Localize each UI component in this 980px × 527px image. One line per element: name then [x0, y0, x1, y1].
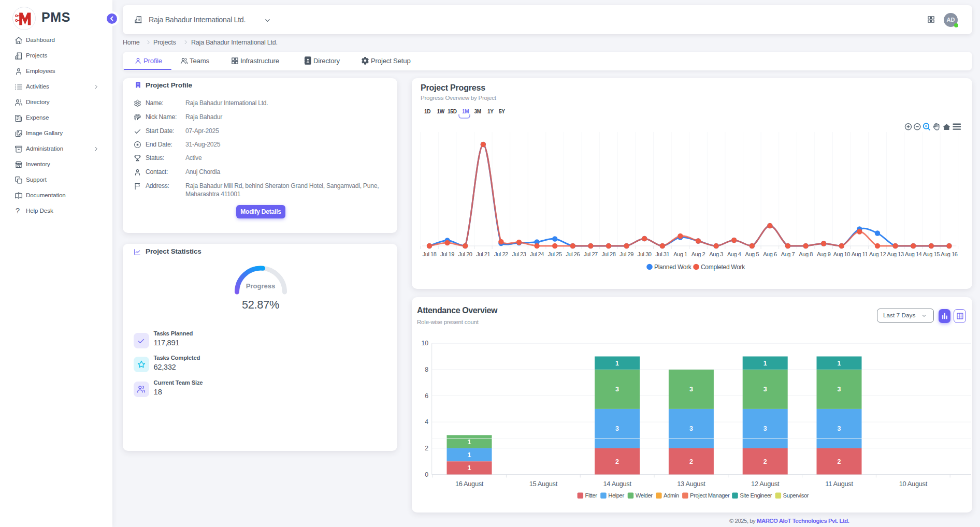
svg-text:Jul 31: Jul 31 — [655, 251, 669, 257]
svg-text:Aug 9: Aug 9 — [817, 251, 831, 257]
svg-text:Aug 16: Aug 16 — [941, 251, 957, 257]
svg-text:Planned Work: Planned Work — [654, 264, 692, 271]
svg-text:Jul 30: Jul 30 — [638, 251, 652, 257]
svg-text:1: 1 — [468, 464, 471, 472]
svg-text:3: 3 — [763, 425, 767, 432]
svg-text:Fitter: Fitter — [585, 492, 598, 499]
svg-text:Aug 14: Aug 14 — [905, 251, 921, 257]
svg-text:Aug 3: Aug 3 — [709, 251, 723, 257]
svg-text:Jul 20: Jul 20 — [458, 251, 472, 257]
svg-text:2: 2 — [763, 458, 767, 465]
svg-text:10 August: 10 August — [899, 480, 928, 488]
svg-text:Aug 2: Aug 2 — [691, 251, 705, 257]
svg-text:Aug 7: Aug 7 — [781, 251, 795, 257]
svg-text:2: 2 — [425, 445, 428, 452]
svg-text:Jul 29: Jul 29 — [619, 251, 633, 257]
svg-text:2: 2 — [838, 458, 841, 465]
svg-text:Jul 21: Jul 21 — [476, 251, 490, 257]
svg-text:Completed Work: Completed Work — [701, 264, 745, 271]
svg-text:2: 2 — [615, 458, 619, 465]
svg-text:10: 10 — [421, 340, 428, 347]
svg-text:8: 8 — [425, 366, 428, 373]
svg-text:3: 3 — [689, 386, 693, 393]
svg-text:Helper: Helper — [608, 492, 624, 499]
svg-text:16 August: 16 August — [455, 480, 484, 488]
svg-text:14 August: 14 August — [603, 480, 631, 488]
svg-text:3: 3 — [689, 425, 693, 432]
svg-text:Aug 8: Aug 8 — [799, 251, 813, 257]
svg-text:11 August: 11 August — [825, 480, 853, 488]
svg-text:3: 3 — [763, 386, 767, 393]
svg-text:3: 3 — [838, 425, 841, 432]
svg-text:1: 1 — [838, 360, 841, 367]
svg-text:3: 3 — [615, 386, 619, 393]
svg-text:Jul 19: Jul 19 — [440, 251, 454, 257]
svg-text:Project Manager: Project Manager — [690, 492, 730, 499]
svg-text:Aug 10: Aug 10 — [833, 251, 850, 257]
svg-text:3: 3 — [838, 386, 841, 393]
svg-text:Supervisor: Supervisor — [783, 492, 809, 499]
svg-text:1: 1 — [468, 438, 471, 446]
svg-text:Aug 11: Aug 11 — [852, 251, 868, 257]
svg-text:Aug 5: Aug 5 — [745, 251, 759, 257]
svg-text:0: 0 — [425, 471, 428, 478]
svg-text:Jul 22: Jul 22 — [494, 251, 508, 257]
svg-text:Aug 6: Aug 6 — [763, 251, 777, 257]
svg-text:12 August: 12 August — [751, 480, 780, 488]
svg-text:1: 1 — [763, 360, 767, 367]
svg-text:13 August: 13 August — [677, 480, 705, 488]
svg-text:1: 1 — [468, 451, 471, 459]
svg-text:15 August: 15 August — [529, 480, 558, 488]
svg-text:Jul 26: Jul 26 — [566, 251, 580, 257]
svg-text:Jul 18: Jul 18 — [423, 251, 437, 257]
svg-text:2: 2 — [689, 458, 693, 465]
svg-text:Jul 27: Jul 27 — [584, 251, 598, 257]
svg-text:Site Engineer: Site Engineer — [740, 492, 772, 499]
svg-text:Aug 13: Aug 13 — [887, 251, 904, 257]
svg-text:Admin: Admin — [664, 492, 679, 499]
svg-text:Aug 15: Aug 15 — [923, 251, 940, 257]
svg-text:Aug 12: Aug 12 — [869, 251, 886, 257]
svg-text:Jul 24: Jul 24 — [530, 251, 544, 257]
svg-text:4: 4 — [425, 418, 428, 426]
svg-text:Jul 25: Jul 25 — [548, 251, 562, 257]
svg-text:6: 6 — [425, 392, 428, 400]
svg-text:Aug 1: Aug 1 — [673, 251, 687, 257]
svg-text:3: 3 — [615, 425, 619, 432]
svg-text:Jul 28: Jul 28 — [602, 251, 616, 257]
svg-text:Aug 4: Aug 4 — [727, 251, 741, 257]
svg-text:1: 1 — [615, 360, 619, 367]
svg-text:Jul 23: Jul 23 — [512, 251, 526, 257]
svg-text:Welder: Welder — [636, 492, 653, 499]
